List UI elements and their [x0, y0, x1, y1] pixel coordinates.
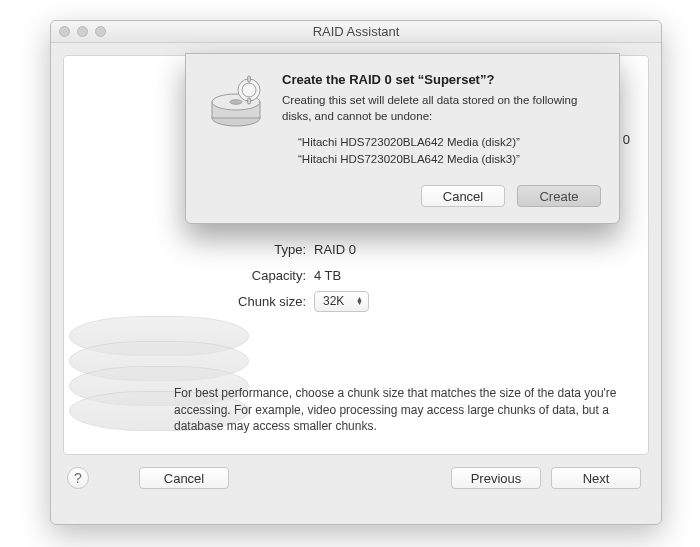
raid-assistant-window: RAID Assistant e RAID 0 Type: RAID 0 Cap…: [50, 20, 662, 525]
disk-entry: “Hitachi HDS723020BLA642 Media (disk3)”: [298, 151, 601, 168]
help-icon: ?: [74, 470, 82, 486]
previous-button[interactable]: Previous: [451, 467, 541, 489]
chunk-size-label: Chunk size:: [214, 294, 314, 309]
dialog-title: Create the RAID 0 set “Superset”?: [282, 72, 601, 87]
chunk-size-value: 32K: [323, 294, 344, 308]
confirm-create-dialog: Create the RAID 0 set “Superset”? Creati…: [185, 53, 620, 224]
dialog-create-button[interactable]: Create: [517, 185, 601, 207]
chunk-size-select[interactable]: 32K ▲▼: [314, 291, 369, 312]
footer-bar: ? Cancel Previous Next: [63, 455, 649, 489]
zoom-dot-icon[interactable]: [95, 26, 106, 37]
window-title: RAID Assistant: [51, 24, 661, 39]
dialog-cancel-button[interactable]: Cancel: [421, 185, 505, 207]
chunk-help-text: For best performance, choose a chunk siz…: [174, 385, 628, 434]
close-dot-icon[interactable]: [59, 26, 70, 37]
stepper-arrows-icon: ▲▼: [354, 297, 364, 305]
capacity-value: 4 TB: [314, 268, 341, 283]
svg-rect-7: [248, 98, 251, 104]
capacity-label: Capacity:: [214, 268, 314, 283]
minimize-dot-icon[interactable]: [77, 26, 88, 37]
disk-entry: “Hitachi HDS723020BLA642 Media (disk2)”: [298, 134, 601, 151]
type-value: RAID 0: [314, 242, 356, 257]
svg-rect-6: [248, 76, 251, 82]
svg-point-3: [230, 100, 242, 104]
affected-disks-list: “Hitachi HDS723020BLA642 Media (disk2)” …: [282, 134, 601, 167]
type-label: Type:: [214, 242, 314, 257]
dialog-description: Creating this set will delete all data s…: [282, 93, 601, 124]
window-controls: [51, 26, 106, 37]
raid-properties: Type: RAID 0 Capacity: 4 TB Chunk size: …: [214, 236, 514, 314]
titlebar: RAID Assistant: [51, 21, 661, 43]
cancel-button[interactable]: Cancel: [139, 467, 229, 489]
disk-utility-icon: [204, 72, 268, 171]
next-button[interactable]: Next: [551, 467, 641, 489]
help-button[interactable]: ?: [67, 467, 89, 489]
